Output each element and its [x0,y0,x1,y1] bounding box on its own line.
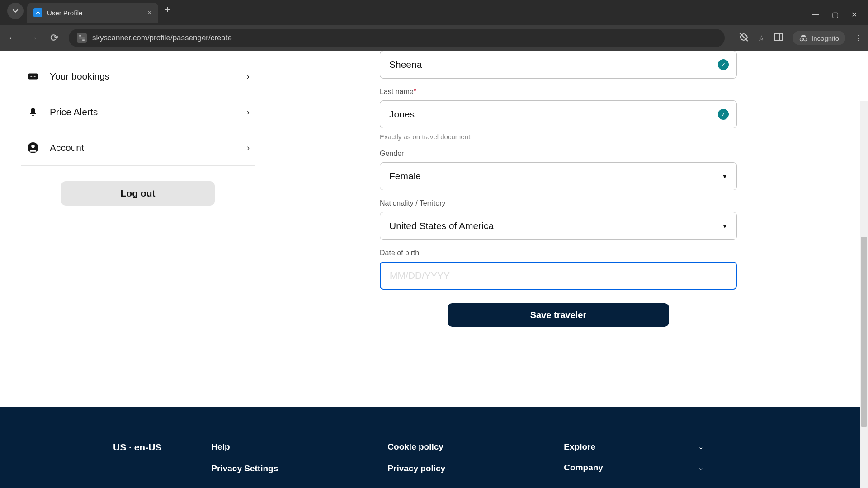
incognito-badge[interactable]: Incognito [793,31,845,45]
incognito-icon [799,33,808,42]
sidebar-item-label: Price Alerts [50,107,247,117]
svg-rect-1 [79,35,81,36]
last-name-input[interactable] [380,100,737,128]
browser-tab[interactable]: User Profile × [27,3,158,23]
locale-selector[interactable]: US · en-US [113,442,161,453]
minimize-button[interactable]: — [812,10,819,19]
save-traveler-button[interactable]: Save traveler [448,303,669,327]
last-name-label: Last name* [380,88,737,96]
footer-link-cookie[interactable]: Cookie policy [387,442,514,452]
chevron-right-icon: › [247,72,250,81]
url-input[interactable]: skyscanner.com/profile/passenger/create [69,29,725,47]
side-panel-icon[interactable] [774,32,783,44]
sidebar-item-label: Account [50,142,247,153]
last-name-hint: Exactly as on travel document [380,133,737,141]
dob-input[interactable] [380,262,737,290]
footer-link-help[interactable]: Help [211,442,338,452]
tab-close-button[interactable]: × [147,8,152,18]
url-text: skyscanner.com/profile/passenger/create [92,33,232,42]
footer-accordion-company[interactable]: Company ⌄ [564,463,704,473]
ticket-icon [26,70,40,83]
svg-point-9 [33,76,34,77]
chevron-right-icon: › [247,143,250,153]
svg-point-11 [34,76,36,77]
tab-favicon [33,8,42,17]
bell-icon [26,105,40,119]
gender-label: Gender [380,150,737,158]
browser-tab-strip: User Profile × + — ▢ ✕ [0,0,868,25]
sidebar-item-label: Your bookings [50,71,247,82]
svg-point-7 [804,38,807,41]
close-window-button[interactable]: ✕ [851,10,857,19]
chevron-down-icon: ⌄ [698,464,704,472]
back-button[interactable]: ← [6,32,19,44]
svg-rect-3 [82,40,85,41]
logout-button[interactable]: Log out [61,181,215,206]
eye-off-icon[interactable] [738,32,749,44]
nationality-label: Nationality / Territory [380,199,737,207]
incognito-label: Incognito [811,34,839,42]
tab-title: User Profile [47,9,142,17]
new-tab-button[interactable]: + [165,4,170,16]
checkmark-icon: ✓ [718,109,729,120]
svg-point-6 [800,38,803,41]
svg-rect-2 [79,38,85,38]
chevron-down-icon: ⌄ [698,443,704,451]
address-bar: ← → ⟳ skyscanner.com/profile/passenger/c… [0,25,868,51]
browser-menu-button[interactable]: ⋮ [854,34,862,42]
site-settings-icon[interactable] [77,33,87,43]
chevron-down-icon [12,8,19,14]
nationality-select[interactable] [380,212,737,240]
first-name-input[interactable] [380,51,737,79]
maximize-button[interactable]: ▢ [832,10,839,19]
footer: US · en-US Help Privacy Settings Cookie … [0,407,860,488]
sidebar-item-account[interactable]: Account › [21,130,255,166]
svg-rect-4 [774,33,783,40]
bookmark-star-icon[interactable]: ☆ [758,34,764,42]
checkmark-icon: ✓ [718,59,729,70]
svg-rect-0 [35,10,41,15]
svg-point-13 [31,145,35,148]
dob-label: Date of birth [380,249,737,257]
vertical-scrollbar[interactable] [860,101,868,488]
chevron-right-icon: › [247,108,250,117]
footer-accordion-explore[interactable]: Explore ⌄ [564,442,704,452]
tab-search-button[interactable] [7,3,24,19]
svg-point-10 [30,76,32,77]
forward-button[interactable]: → [27,32,40,44]
gender-select[interactable] [380,162,737,190]
footer-link-privacy-settings[interactable]: Privacy Settings [211,464,338,474]
sidebar-item-bookings[interactable]: Your bookings › [21,59,255,94]
reload-button[interactable]: ⟳ [48,32,61,44]
person-icon [26,141,40,155]
scrollbar-thumb[interactable] [861,237,867,427]
footer-link-privacy-policy[interactable]: Privacy policy [387,464,514,474]
sidebar-item-alerts[interactable]: Price Alerts › [21,94,255,130]
